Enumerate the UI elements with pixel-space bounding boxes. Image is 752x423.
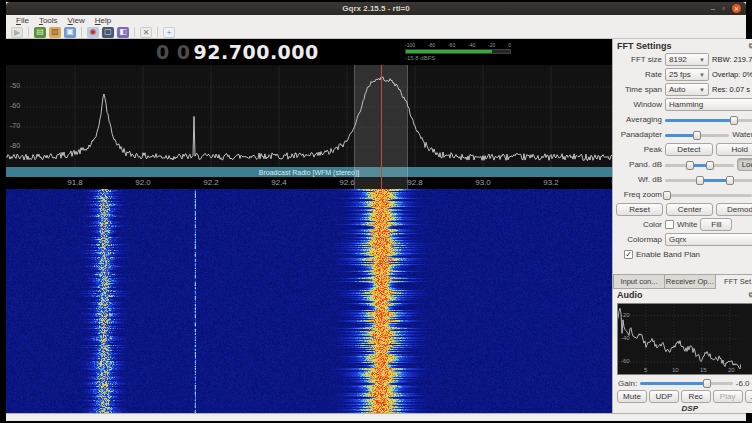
freq-tick-label: 93.0	[475, 178, 491, 187]
close-icon[interactable]: ✕	[732, 4, 741, 13]
tuned-frequency-line[interactable]	[381, 65, 382, 189]
frequency-bar: 0 0 92.700.000 -100 -80 -60 -40 -20 0	[6, 39, 612, 65]
audio-fft-plot: -20 -40 -60 5 10 15 20	[617, 303, 752, 376]
slider-handle[interactable]	[696, 176, 704, 185]
gqrx-window: Gqrx 2.15.5 - rtl=0 – ▫ ✕ File Tools Vie…	[6, 2, 746, 421]
minimize-icon[interactable]: –	[711, 5, 715, 13]
db-axis-label: -60	[10, 102, 20, 109]
toolbar: ▶ ▤ ▨ ▣ ◉ ▢ ◧ ✕ +	[6, 26, 746, 39]
freq-tick-label: 91.8	[67, 178, 83, 187]
slider-handle[interactable]	[730, 116, 738, 125]
rbw-info: RBW: 219.7 Hz	[712, 55, 752, 64]
slider-handle[interactable]	[703, 379, 711, 388]
center-button[interactable]: Center	[666, 203, 713, 216]
open-settings-icon[interactable]: ▨	[49, 27, 61, 38]
gain-label: Gain:	[618, 379, 637, 388]
settings-sidebar: FFT Settings ⧉ ✕ FFT size 8192 ▼ RBW: 21…	[612, 39, 752, 413]
audio-panel: Audio ⧉ ✕ -20 -40 -60 5 10 15 20	[613, 289, 752, 413]
white-label: White	[677, 220, 697, 229]
colormap-select[interactable]: Gqrx ▼	[665, 233, 752, 246]
fft-settings-form: FFT size 8192 ▼ RBW: 219.7 Hz Rate 25 fp…	[613, 52, 752, 262]
fft-plot[interactable]: -50 -60 -70 -80	[6, 65, 612, 167]
slider-handle[interactable]	[693, 131, 701, 140]
io-devices-icon[interactable]: ◧	[117, 27, 129, 38]
frequency-display[interactable]: 0 0 92.700.000	[156, 39, 319, 65]
play-button[interactable]: Play	[713, 390, 743, 403]
freq-tick-label: 92.6	[339, 178, 355, 187]
signal-meter-level	[406, 50, 492, 53]
waterfall-range-slider[interactable]	[665, 175, 752, 185]
fft-size-select[interactable]: 8192 ▼	[665, 53, 709, 66]
fft-settings-title: FFT Settings ⧉ ✕	[613, 39, 752, 52]
menu-help[interactable]: Help	[90, 16, 116, 25]
toolbar-separator	[157, 27, 158, 37]
pan-waterfall-split-slider[interactable]	[665, 130, 729, 140]
tab-fft-settings[interactable]: FFT Set...	[716, 274, 752, 289]
wf-db-label: Wf. dB	[616, 175, 662, 184]
more-options-button[interactable]: ...	[745, 390, 752, 403]
window-select[interactable]: Hamming ▼	[665, 98, 752, 111]
white-checkbox[interactable]	[665, 220, 674, 229]
menu-file[interactable]: File	[11, 16, 34, 25]
toolbar-separator	[28, 27, 29, 37]
rate-select[interactable]: 25 fps ▼	[665, 68, 709, 81]
meter-tick: -20	[488, 43, 495, 48]
fft-settings-title-text: FFT Settings	[617, 41, 672, 51]
freq-zoom-slider[interactable]	[665, 190, 752, 200]
menu-tools[interactable]: Tools	[34, 16, 63, 25]
signal-meter-readout: -15.8 dBFS	[405, 55, 511, 61]
reset-button[interactable]: Reset	[616, 203, 663, 216]
color-label: Color	[616, 220, 662, 229]
start-dsp-icon[interactable]: ▶	[11, 27, 23, 38]
enable-band-plan-checkbox[interactable]: ✓	[624, 250, 633, 259]
window-value: Hamming	[669, 100, 703, 109]
bookmarks-icon[interactable]: ▤	[34, 27, 46, 38]
pandapter-range-slider[interactable]	[665, 160, 734, 170]
lock-button[interactable]: Lock	[737, 158, 752, 171]
fft-size-label: FFT size	[616, 55, 662, 64]
spectrum-trace	[6, 65, 612, 167]
toolbar-separator	[134, 27, 135, 37]
tab-input-controls[interactable]: Input con...	[613, 274, 665, 289]
audio-khz-label: 10	[672, 367, 679, 373]
signal-meter-scale: -100 -80 -60 -40 -20 0	[405, 43, 511, 48]
toolbar-separator	[81, 27, 82, 37]
time-span-value: Auto	[669, 85, 685, 94]
averaging-slider[interactable]	[665, 115, 752, 125]
gain-slider[interactable]	[640, 378, 733, 388]
demod-button[interactable]: Demod	[716, 203, 752, 216]
chevron-down-icon: ▼	[699, 87, 705, 93]
pan-icon[interactable]: +	[163, 27, 175, 38]
spectrum-panel: 0 0 92.700.000 -100 -80 -60 -40 -20 0	[6, 39, 612, 413]
freq-tick-label: 92.8	[407, 178, 423, 187]
slider-handle[interactable]	[663, 191, 671, 200]
peak-hold-button[interactable]: Hold	[716, 143, 752, 156]
display-icon[interactable]: ▢	[102, 27, 114, 38]
rec-button[interactable]: Rec	[681, 390, 711, 403]
db-axis-label: -80	[10, 142, 20, 149]
audio-khz-label: 5	[644, 367, 647, 373]
time-span-select[interactable]: Auto ▼	[665, 83, 709, 96]
meter-tick: 0	[508, 43, 511, 48]
band-plan-bar: Broadcast Radio [WFM (stereo)]	[6, 167, 612, 177]
chevron-down-icon: ▼	[699, 57, 705, 63]
title-bar[interactable]: Gqrx 2.15.5 - rtl=0 – ▫ ✕	[6, 2, 746, 15]
peak-detect-button[interactable]: Detect	[665, 143, 713, 156]
panadapter-label: Panadapter	[616, 130, 662, 139]
save-settings-icon[interactable]: ▣	[64, 27, 76, 38]
tab-receiver-options[interactable]: Receiver Op...	[665, 274, 716, 289]
waterfall-display[interactable]	[6, 189, 612, 413]
fill-button[interactable]: Fill	[700, 218, 732, 231]
mute-button[interactable]: Mute	[617, 390, 647, 403]
audio-trace	[618, 304, 741, 376]
slider-handle[interactable]	[726, 176, 734, 185]
tools-icon[interactable]: ✕	[140, 27, 152, 38]
slider-handle[interactable]	[686, 161, 694, 170]
udp-button[interactable]: UDP	[649, 390, 679, 403]
freq-zoom-label: Freq zoom	[616, 190, 662, 199]
maximize-icon[interactable]: ▫	[722, 5, 725, 13]
record-icon[interactable]: ◉	[87, 27, 99, 38]
slider-handle[interactable]	[706, 161, 714, 170]
audio-db-label: -60	[621, 358, 630, 364]
menu-view[interactable]: View	[63, 16, 90, 25]
